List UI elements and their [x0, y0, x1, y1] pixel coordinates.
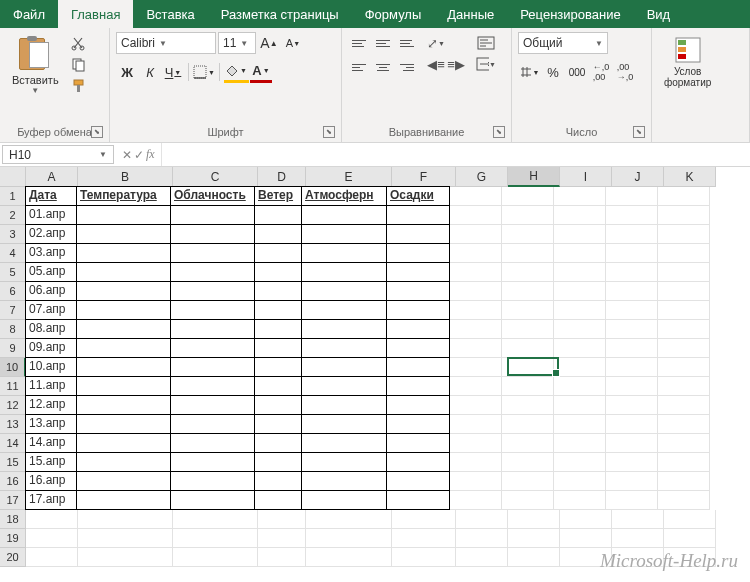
cell-A20[interactable] — [26, 548, 78, 567]
cell-F4[interactable] — [386, 243, 450, 263]
cell-I11[interactable] — [554, 377, 606, 396]
col-header-G[interactable]: G — [456, 167, 508, 187]
cell-H11[interactable] — [502, 377, 554, 396]
cell-F1[interactable]: Осадки — [386, 186, 450, 206]
cell-G3[interactable] — [450, 225, 502, 244]
cell-A4[interactable]: 03.апр — [25, 243, 77, 263]
cell-C5[interactable] — [170, 262, 255, 282]
cell-C9[interactable] — [170, 338, 255, 358]
cell-B5[interactable] — [76, 262, 171, 282]
row-header-12[interactable]: 12 — [0, 396, 26, 415]
cell-E18[interactable] — [306, 510, 392, 529]
cell-D9[interactable] — [254, 338, 302, 358]
cell-I8[interactable] — [554, 320, 606, 339]
cell-J16[interactable] — [606, 472, 658, 491]
col-header-C[interactable]: C — [173, 167, 258, 187]
cell-H1[interactable] — [502, 187, 554, 206]
cell-E12[interactable] — [301, 395, 387, 415]
col-header-K[interactable]: K — [664, 167, 716, 187]
cell-G5[interactable] — [450, 263, 502, 282]
row-header-20[interactable]: 20 — [0, 548, 26, 567]
decrease-indent-button[interactable]: ◀≡ — [426, 55, 446, 73]
tab-разметка страницы[interactable]: Разметка страницы — [208, 0, 352, 28]
cell-A13[interactable]: 13.апр — [25, 414, 77, 434]
cell-C17[interactable] — [170, 490, 255, 510]
cell-B4[interactable] — [76, 243, 171, 263]
cell-A16[interactable]: 16.апр — [25, 471, 77, 491]
cell-D17[interactable] — [254, 490, 302, 510]
tab-главная[interactable]: Главная — [58, 0, 133, 28]
cell-E11[interactable] — [301, 376, 387, 396]
cell-D4[interactable] — [254, 243, 302, 263]
cell-E6[interactable] — [301, 281, 387, 301]
cell-F16[interactable] — [386, 471, 450, 491]
row-header-10[interactable]: 10 — [0, 358, 26, 377]
cell-F10[interactable] — [386, 357, 450, 377]
cell-I1[interactable] — [554, 187, 606, 206]
row-header-13[interactable]: 13 — [0, 415, 26, 434]
cell-B12[interactable] — [76, 395, 171, 415]
cell-H19[interactable] — [508, 529, 560, 548]
cell-H14[interactable] — [502, 434, 554, 453]
row-header-6[interactable]: 6 — [0, 282, 26, 301]
cell-K19[interactable] — [664, 529, 716, 548]
row-header-19[interactable]: 19 — [0, 529, 26, 548]
cell-C4[interactable] — [170, 243, 255, 263]
cell-H5[interactable] — [502, 263, 554, 282]
row-header-1[interactable]: 1 — [0, 187, 26, 206]
select-all-corner[interactable] — [0, 167, 26, 187]
cell-K14[interactable] — [658, 434, 710, 453]
cell-C1[interactable]: Облачность — [170, 186, 255, 206]
cell-I15[interactable] — [554, 453, 606, 472]
font-launcher[interactable]: ⬊ — [323, 126, 335, 138]
cell-K1[interactable] — [658, 187, 710, 206]
percent-button[interactable]: % — [542, 61, 564, 83]
cell-C13[interactable] — [170, 414, 255, 434]
cell-K6[interactable] — [658, 282, 710, 301]
cell-D5[interactable] — [254, 262, 302, 282]
cell-E19[interactable] — [306, 529, 392, 548]
cell-F18[interactable] — [392, 510, 456, 529]
copy-button[interactable] — [69, 55, 89, 73]
cell-I14[interactable] — [554, 434, 606, 453]
cell-H18[interactable] — [508, 510, 560, 529]
cell-I18[interactable] — [560, 510, 612, 529]
cell-G20[interactable] — [456, 548, 508, 567]
cut-button[interactable] — [69, 34, 89, 52]
formula-input[interactable] — [162, 143, 750, 166]
cell-A5[interactable]: 05.апр — [25, 262, 77, 282]
cell-J11[interactable] — [606, 377, 658, 396]
cell-B14[interactable] — [76, 433, 171, 453]
col-header-I[interactable]: I — [560, 167, 612, 187]
row-header-14[interactable]: 14 — [0, 434, 26, 453]
fill-color-button[interactable]: ▼ — [224, 61, 249, 83]
cell-J17[interactable] — [606, 491, 658, 510]
align-left-button[interactable] — [348, 56, 370, 78]
cell-D8[interactable] — [254, 319, 302, 339]
cell-E2[interactable] — [301, 205, 387, 225]
cell-A2[interactable]: 01.апр — [25, 205, 77, 225]
row-header-18[interactable]: 18 — [0, 510, 26, 529]
cell-H15[interactable] — [502, 453, 554, 472]
cell-J6[interactable] — [606, 282, 658, 301]
cell-F17[interactable] — [386, 490, 450, 510]
cell-C18[interactable] — [173, 510, 258, 529]
increase-font-button[interactable]: A▲ — [258, 32, 280, 54]
cell-E14[interactable] — [301, 433, 387, 453]
tab-формулы[interactable]: Формулы — [352, 0, 435, 28]
paste-button[interactable]: Вставить ▼ — [6, 32, 65, 124]
cell-D6[interactable] — [254, 281, 302, 301]
currency-button[interactable]: ▼ — [518, 61, 540, 83]
cell-G14[interactable] — [450, 434, 502, 453]
cell-K11[interactable] — [658, 377, 710, 396]
cell-B18[interactable] — [78, 510, 173, 529]
cell-K9[interactable] — [658, 339, 710, 358]
cell-A7[interactable]: 07.апр — [25, 300, 77, 320]
cell-K5[interactable] — [658, 263, 710, 282]
cell-J9[interactable] — [606, 339, 658, 358]
cell-A10[interactable]: 10.апр — [25, 357, 77, 377]
number-launcher[interactable]: ⬊ — [633, 126, 645, 138]
cell-H16[interactable] — [502, 472, 554, 491]
cell-B13[interactable] — [76, 414, 171, 434]
cell-B6[interactable] — [76, 281, 171, 301]
